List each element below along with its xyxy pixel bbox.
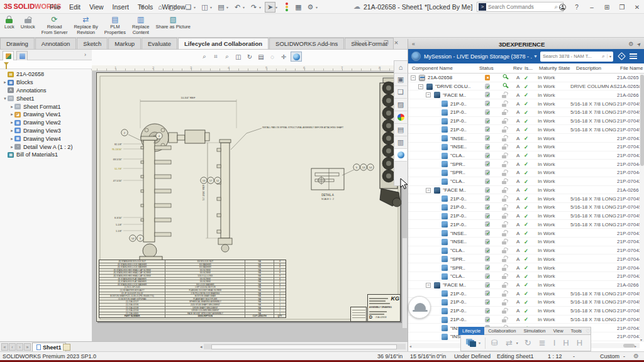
drawing-sheet[interactable]: 10-3/4" REF57-3/16" REFINSTALL PAN ON SP…: [96, 72, 401, 322]
custom-properties-icon[interactable]: ▤: [394, 124, 407, 136]
doc-prev-icon[interactable]: ❏: [354, 40, 359, 46]
help-icon[interactable]: ?: [572, 4, 581, 11]
home-tab-icon[interactable]: ⌂: [394, 61, 407, 74]
tab-solidworks-add-ins[interactable]: SOLIDWORKS Add-Ins: [269, 38, 344, 49]
lifecycle-stack-icon[interactable]: [466, 339, 476, 347]
tree-filter-bar[interactable]: [0, 60, 92, 69]
component-row[interactable]: 21P-0..A✓In Work5/16-18 X 7/8 LONG21P-07…: [408, 194, 644, 203]
hscrollbar-thumb[interactable]: [623, 344, 635, 348]
insert-component-icon[interactable]: I: [553, 338, 556, 348]
expand-collapse-box[interactable]: −: [426, 188, 431, 193]
tree-item-drawing-view3[interactable]: ▸▦Drawing View3: [0, 127, 92, 135]
component-row[interactable]: 21P-0..A✓In Work5/16-18 X 7/8 LONG21P-07…: [408, 289, 644, 298]
sheet-properties-icon[interactable]: ▤: [257, 52, 265, 61]
search-commands-box[interactable]: > ⌕ ▾: [477, 2, 564, 12]
tree-item-drawing-view1[interactable]: ▸◪Drawing View1: [0, 111, 92, 119]
open-icon-caret[interactable]: ▾: [194, 5, 198, 9]
scrollbar-thumb[interactable]: [640, 75, 644, 166]
tab-evaluate[interactable]: Evaluate: [142, 38, 177, 49]
drawings-tools-icon[interactable]: ▥: [394, 136, 407, 149]
menu-file[interactable]: File: [45, 0, 65, 14]
component-row[interactable]: "SPR..A✓In Work21P-07044: [408, 263, 644, 272]
select-cursor-icon-caret[interactable]: ▾: [275, 5, 280, 9]
session-globe-icon[interactable]: [411, 52, 421, 61]
doc-minimize-icon[interactable]: –: [375, 40, 378, 46]
component-row[interactable]: 21P-0..A✓In Work5/16-18 X 7/8 LONG21P-07…: [408, 117, 644, 126]
property-tab[interactable]: [16, 51, 28, 60]
action-tab-simulation[interactable]: Simulation: [519, 327, 549, 335]
close-icon[interactable]: ✕: [633, 4, 641, 11]
tree-expand-arrow[interactable]: ▸: [3, 80, 8, 85]
plm-properties-button[interactable]: ▤PLM Properties: [101, 14, 129, 35]
tree-item-sheet1[interactable]: ▾▭Sheet1: [0, 94, 92, 102]
component-row[interactable]: "CLA..A✓In Work21P-07042: [408, 246, 644, 255]
tree-item-annotations[interactable]: AAnnotations: [0, 87, 92, 95]
replace-by-revision-button[interactable]: ⇄Replace By Revision: [70, 14, 101, 35]
sheet-nav-button[interactable]: ‹: [9, 343, 16, 351]
session-label[interactable]: MySession - LIVE Design Storage (3878 - …: [424, 53, 532, 60]
tree-expand-arrow[interactable]: ▸: [9, 128, 14, 133]
panel-pin-icon[interactable]: ➤: [636, 40, 643, 47]
new-document-icon[interactable]: ▢: [167, 2, 177, 13]
user-icon[interactable]: [559, 4, 566, 11]
component-row[interactable]: −"FACE M..A✓In Work21A-0266: [408, 90, 644, 99]
component-row[interactable]: "SPR..A✓In Work21P-07044: [408, 255, 644, 263]
appearances-icon[interactable]: [394, 111, 407, 124]
column-header-is-[interactable]: Is...: [525, 65, 533, 71]
tree-item-blocks[interactable]: ▸▦Blocks: [0, 79, 92, 87]
print-icon[interactable]: ▤: [216, 2, 226, 13]
print-icon-caret[interactable]: ▾: [226, 5, 231, 9]
lifecycle-stack-icon-caret[interactable]: ▾: [479, 341, 480, 345]
expand-collapse-box[interactable]: −: [426, 283, 431, 288]
3dexperience-active-icon[interactable]: [291, 52, 302, 62]
action-tab-lifecycle[interactable]: Lifecycle: [458, 327, 484, 335]
column-header-status[interactable]: Status: [479, 65, 494, 71]
scroll-left-icon[interactable]: ◂: [409, 344, 411, 348]
action-tab-view[interactable]: View: [549, 327, 567, 335]
undo-icon-caret[interactable]: ▾: [243, 5, 247, 9]
connect-icon[interactable]: H: [563, 338, 569, 348]
component-row[interactable]: 21P-0..A✓In Work5/16-18 X 7/8 LONG21P-07…: [408, 315, 644, 324]
tree-item-drawing-view2[interactable]: ▸▦Drawing View2: [0, 119, 92, 127]
favorite-heart-icon[interactable]: ♡: [586, 328, 591, 334]
component-row[interactable]: "SPR..A✓In Work21P-07044: [408, 168, 644, 177]
column-header-component-name[interactable]: Component Name: [412, 65, 453, 71]
annotation-visibility-icon[interactable]: ✛: [279, 52, 288, 61]
doc-close-icon[interactable]: ✕: [394, 40, 399, 46]
tree-expand-arrow[interactable]: ▸: [9, 120, 14, 125]
tab-markup[interactable]: Markup: [108, 38, 141, 49]
component-row[interactable]: −21A-02658A✓In Work21A-0265: [408, 74, 644, 82]
panel-search-caret-icon[interactable]: ▾: [607, 54, 611, 58]
component-row[interactable]: "INSE..A✓In Work21P-07043: [408, 134, 644, 143]
share-as-picture-button[interactable]: ▧Share as Picture: [153, 14, 194, 30]
reload-from-server-button[interactable]: ⟳Reload From Server: [38, 14, 71, 35]
hscroll-thumb[interactable]: [211, 344, 397, 349]
menu-edit[interactable]: Edit: [65, 0, 85, 14]
sheet-nav-button[interactable]: »: [24, 343, 31, 351]
select-cursor-icon[interactable]: ➤: [265, 2, 275, 13]
sheet-nav-button[interactable]: ›: [16, 343, 23, 351]
save-icon-caret[interactable]: ▾: [210, 5, 214, 9]
tree-expand-arrow[interactable]: ▸: [9, 104, 14, 109]
tree-item-bill-of-materials1[interactable]: ▦Bill of Materials1: [0, 151, 92, 159]
tree-item-sheet-format1[interactable]: ▸▭Sheet Format1: [0, 102, 92, 111]
structure-list-icon[interactable]: ≣: [539, 338, 546, 348]
doc-restore-icon[interactable]: ❐: [384, 40, 389, 46]
tab-sketch[interactable]: Sketch: [77, 38, 108, 49]
solidworks-resources-icon[interactable]: ▦: [293, 2, 304, 13]
redo-icon[interactable]: ↷: [248, 2, 259, 13]
component-row[interactable]: 21P-0..A✓In Work5/16-18 X 7/8 LONG21P-07…: [408, 307, 644, 315]
doc-next-icon[interactable]: ❏: [365, 40, 370, 46]
component-row[interactable]: 21P-0..A✓In Work5/16-18 X 7/8 LONG21P-07…: [408, 220, 644, 229]
action-tab-collaboration[interactable]: Collaboration: [484, 327, 519, 335]
tree-expand-arrow[interactable]: ▸: [9, 136, 14, 141]
traffic-light-icon[interactable]: [281, 2, 292, 13]
component-row[interactable]: "INSE..A✓In Work21P-07043: [408, 143, 644, 151]
component-row[interactable]: 21P-0..A✓In Work5/16-18 X 7/8 LONG21P-07…: [408, 125, 644, 134]
options-gear-icon-caret[interactable]: ▾: [316, 5, 320, 9]
panel-search-box[interactable]: ⌕ ▾: [540, 52, 613, 62]
home-icon[interactable]: ⌂: [155, 2, 165, 13]
column-header-description[interactable]: Description: [576, 65, 601, 71]
hamburger-menu-icon[interactable]: [630, 53, 637, 59]
component-row[interactable]: "INSE..A✓In Work21P-07043: [408, 238, 644, 246]
